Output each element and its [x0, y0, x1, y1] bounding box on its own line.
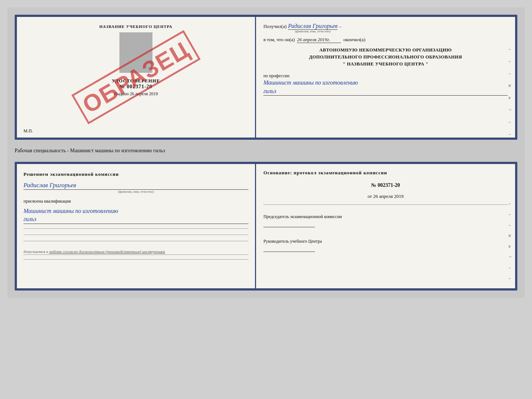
- profession-value: Машинист машины по изготовлению гильз: [263, 79, 508, 96]
- qualification-value: Машинист машины по изготовлению гильз: [24, 207, 248, 224]
- photo-placeholder: [119, 32, 152, 73]
- org-name-quotes: " НАЗВАНИЕ УЧЕБНОГО ЦЕНТРА ": [263, 61, 508, 68]
- side-dashes: – – – и а ← – –: [508, 46, 513, 137]
- qualification-label: присвоена квалификация: [24, 199, 248, 204]
- certificate-top: НАЗВАНИЕ УЧЕБНОГО ЦЕНТРА УДОСТОВЕРЕНИЕ №…: [15, 15, 517, 140]
- bottom-right-panel: Основание: протокол экзаменационной коми…: [256, 164, 515, 288]
- separator-line-4: [24, 259, 248, 260]
- chairman-block: Председатель экзаменационной комиссии: [263, 214, 508, 227]
- date-line: в том, что он(а) 26 апреля 2019г. окончи…: [263, 37, 508, 43]
- basis-separator: [263, 204, 508, 205]
- director-block: Руководитель учебного Центра: [263, 238, 508, 252]
- basis-title: Основание: протокол экзаменационной коми…: [263, 170, 508, 176]
- bottom-left-panel: Решением экзаменационной комиссии Радисл…: [17, 164, 256, 288]
- certificate-bottom: Решением экзаменационной комиссии Радисл…: [15, 162, 517, 291]
- basis-date: от 26 апреля 2019: [263, 193, 508, 199]
- received-line: Получил(а) Радислав Григорьев (фамилия, …: [263, 23, 508, 33]
- issued-label: Выдано: [114, 91, 129, 96]
- name-caption-bottom: (фамилия, имя, отчество): [24, 190, 248, 193]
- profession-label: по профессии: [263, 73, 508, 79]
- mp-label: М.П.: [24, 128, 33, 134]
- separator-line-3: [24, 241, 248, 241]
- cert-number: № 002371-20: [119, 84, 152, 90]
- org-line1: АВТОНОМНУЮ НЕКОММЕРЧЕСКУЮ ОРГАНИЗАЦИЮ: [263, 47, 508, 54]
- person-name-top: Радислав Григорьев: [288, 23, 338, 30]
- basis-number: № 002371-20: [263, 182, 508, 188]
- separator-line-2: [24, 235, 248, 235]
- admission-text: допускается к работе согласно должностны…: [24, 249, 248, 255]
- issued-date-value: 26 апреля 2019: [130, 91, 158, 96]
- institution-name-top: НАЗВАНИЕ УЧЕБНОГО ЦЕНТРА: [100, 24, 173, 29]
- date-prefix: в том, что он(а): [263, 37, 295, 43]
- person-section-bottom: Радислав Григорьев (фамилия, имя, отчест…: [24, 180, 248, 193]
- separator-line-1: [24, 228, 248, 229]
- issued-date: Выдано 26 апреля 2019: [114, 91, 158, 97]
- date-suffix: окончил(а): [343, 37, 365, 43]
- person-name-bottom: Радислав Григорьев: [24, 182, 248, 190]
- chairman-title: Председатель экзаменационной комиссии: [263, 214, 508, 220]
- specialty-label: Рабочая специальность - Машинист машины …: [15, 146, 517, 155]
- org-line2: ДОПОЛНИТЕЛЬНОГО ПРОФЕССИОНАЛЬНОГО ОБРАЗО…: [263, 54, 508, 61]
- cert-right-panel: Получил(а) Радислав Григорьев (фамилия, …: [256, 17, 515, 138]
- received-label: Получил(а): [263, 24, 287, 29]
- org-block: АВТОНОМНУЮ НЕКОММЕРЧЕСКУЮ ОРГАНИЗАЦИЮ ДО…: [263, 47, 508, 67]
- bottom-right-dashes: – – – и а ← – –: [508, 201, 513, 281]
- commission-title: Решением экзаменационной комиссии: [24, 171, 248, 177]
- name-caption-top: (фамилия, имя, отчество): [288, 29, 338, 33]
- chairman-signature-line: [263, 221, 315, 227]
- director-signature-line: [263, 245, 315, 252]
- profession-section: по профессии Машинист машины по изготовл…: [263, 71, 508, 96]
- director-title: Руководитель учебного Центра: [263, 238, 508, 245]
- cert-left-panel: НАЗВАНИЕ УЧЕБНОГО ЦЕНТРА УДОСТОВЕРЕНИЕ №…: [17, 17, 256, 138]
- cert-label: УДОСТОВЕРЕНИЕ: [112, 78, 160, 84]
- date-value: 26 апреля 2019г.: [297, 37, 341, 43]
